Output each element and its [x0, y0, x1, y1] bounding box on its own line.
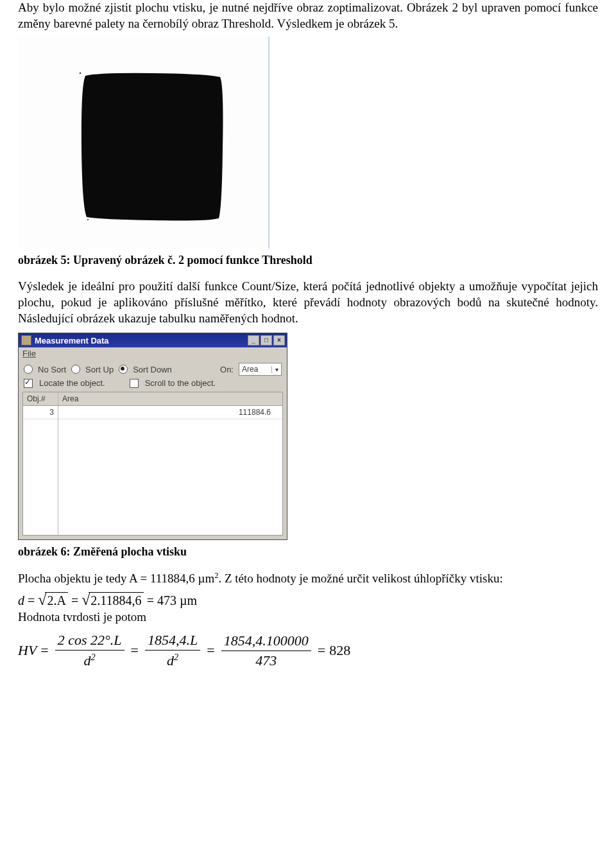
figure-5-frame — [18, 37, 270, 249]
frac2-den-base: d — [167, 652, 174, 668]
window-icon — [21, 335, 31, 345]
figure-5-caption: obrázek 5: Upravený obrázek č. 2 pomocí … — [18, 254, 598, 267]
sort-on-combo[interactable]: Area ▾ — [239, 363, 282, 376]
frac1-den-exp: 2 — [91, 652, 96, 662]
checkbox-scroll[interactable] — [130, 379, 139, 388]
frac1-den-base: d — [84, 652, 91, 668]
frac2-num: 1854,4.L — [145, 632, 200, 651]
svg-point-0 — [80, 73, 81, 74]
frac2-den-exp: 2 — [174, 652, 178, 662]
label-no-sort: No Sort — [38, 365, 66, 374]
frac-3: 1854,4.100000 473 — [221, 633, 311, 669]
svg-point-1 — [87, 219, 89, 220]
radio-sort-up[interactable] — [71, 365, 80, 374]
frac1-den: d2 — [55, 651, 124, 669]
figure-6-caption: obrázek 6: Změřená plocha vtisku — [18, 545, 598, 559]
label-sort-down: Sort Down — [133, 365, 172, 374]
cell-area[interactable]: 111884.6 — [58, 406, 282, 419]
paragraph-area-result: Plocha objektu je tedy A = 111884,6 µm2.… — [18, 570, 598, 587]
measurement-data-window: Measurement Data _ □ × File No Sort Sort… — [18, 333, 287, 540]
sort-on-value: Area — [242, 365, 271, 374]
var-d: d — [18, 593, 24, 607]
area-text-b: . Z této hodnoty je možné určit velikost… — [218, 572, 502, 586]
chevron-down-icon[interactable]: ▾ — [271, 366, 281, 373]
paragraph-count-size: Výsledek je ideální pro použití další fu… — [18, 279, 598, 326]
area-text-a: Plocha objektu je tedy A = 111884,6 µm — [18, 572, 214, 586]
label-scroll: Scroll to the object. — [145, 378, 216, 388]
maximize-button[interactable]: □ — [261, 335, 272, 345]
frac-2: 1854,4.L d2 — [145, 632, 200, 669]
frac-1: 2 cos 22°.L d2 — [55, 632, 124, 669]
formula-diagonal: d = √ 2.A = √ 2.11884,6 = 473 µm — [18, 592, 598, 608]
label-on: On: — [220, 365, 234, 374]
menu-bar[interactable]: File — [19, 347, 287, 361]
measurement-grid: Obj.# 3 Area 111884.6 — [22, 392, 283, 536]
paragraph-hardness: Hodnota tvrdosti je potom — [18, 609, 598, 625]
hv-result: 828 — [329, 642, 350, 659]
var-hv: HV — [18, 642, 37, 659]
window-titlebar[interactable]: Measurement Data _ □ × — [19, 333, 287, 347]
intro-paragraph: Aby bylo možné zjistit plochu vtisku, je… — [18, 0, 598, 31]
label-sort-up: Sort Up — [85, 365, 114, 374]
column-header-area[interactable]: Area — [58, 392, 282, 406]
threshold-indent-shape — [79, 72, 227, 223]
sqrt-val: √ 2.11884,6 — [81, 592, 143, 608]
checkbox-locate[interactable] — [24, 379, 33, 388]
radicand-2a: 2.A — [45, 592, 67, 608]
minimize-button[interactable]: _ — [248, 335, 259, 345]
options-row: Locate the object. Scroll to the object. — [19, 377, 287, 392]
radio-no-sort[interactable] — [24, 365, 33, 374]
formula-hv: HV = 2 cos 22°.L d2 = 1854,4.L d2 = 1854… — [18, 632, 598, 669]
figure-5 — [18, 37, 598, 249]
radicand-val: 2.11884,6 — [89, 592, 143, 608]
cell-objnum[interactable]: 3 — [23, 406, 58, 419]
frac2-den: d2 — [145, 651, 200, 669]
frac3-num: 1854,4.100000 — [221, 633, 311, 651]
column-header-objnum[interactable]: Obj.# — [23, 392, 58, 406]
sqrt-2a: √ 2.A — [38, 592, 68, 608]
label-locate: Locate the object. — [39, 378, 105, 388]
sort-row: No Sort Sort Up Sort Down On: Area ▾ — [19, 361, 287, 377]
frac3-den: 473 — [221, 651, 311, 669]
window-title: Measurement Data — [35, 336, 248, 345]
radio-sort-down[interactable] — [119, 365, 128, 374]
d-result: 473 µm — [157, 593, 197, 607]
close-button[interactable]: × — [273, 335, 285, 345]
frac1-num: 2 cos 22°.L — [55, 632, 124, 651]
menu-file[interactable]: File — [22, 349, 36, 358]
